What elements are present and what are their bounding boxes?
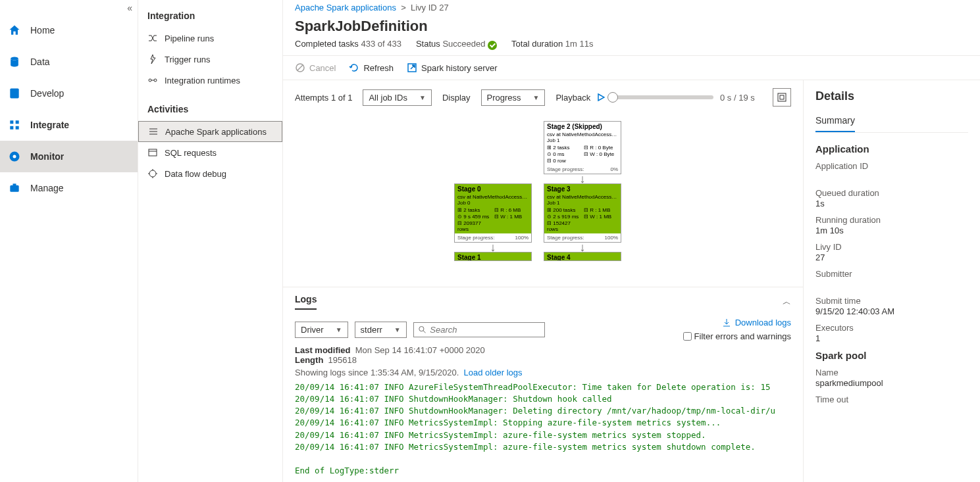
subnav-spark-apps[interactable]: Apache Spark applications — [138, 121, 282, 142]
database-icon — [8, 55, 21, 68]
collapse-logs-icon[interactable]: ︿ — [783, 296, 791, 308]
section-application: Application — [815, 143, 968, 155]
subnav-trigger-runs[interactable]: Trigger runs — [138, 49, 282, 70]
tasks-value: 433 of 433 — [361, 39, 401, 49]
stage-3-card[interactable]: Stage 3 csv at NativeMethodAccessor... J… — [544, 183, 621, 243]
submitter-label: Submitter — [815, 269, 968, 279]
svg-point-3 — [13, 155, 16, 158]
stage-2-card[interactable]: Stage 2 (Skipped) csv at NativeMethodAcc… — [544, 121, 621, 174]
chevron-down-icon: ▼ — [419, 94, 426, 101]
subnav-integration-runtimes[interactable]: Integration runtimes — [138, 70, 282, 91]
stage-0-card[interactable]: Stage 0 csv at NativeMethodAccessor... J… — [454, 183, 532, 243]
nav-monitor[interactable]: Monitor — [0, 141, 138, 172]
checkbox-input[interactable] — [683, 332, 692, 341]
subnav-dataflow-debug[interactable]: Data flow debug — [138, 163, 282, 184]
tab-summary[interactable]: Summary — [815, 112, 855, 132]
monitor-icon — [8, 150, 21, 163]
group-integration: Integration — [138, 7, 282, 28]
logs-search[interactable] — [413, 322, 545, 337]
nav-label: Manage — [30, 183, 64, 193]
subnav-label: Apache Spark applications — [165, 127, 267, 137]
section-sparkpool: Spark pool — [815, 350, 968, 361]
select-value: Progress — [487, 93, 521, 103]
nav-label: Home — [30, 25, 55, 36]
download-logs-link[interactable]: Download logs — [722, 318, 791, 327]
log-output: 20/09/14 16:41:07 INFO AzureFileSystemTh… — [283, 380, 803, 482]
logs-stream-select[interactable]: stderr▼ — [355, 322, 407, 338]
playback-slider[interactable] — [611, 95, 713, 99]
collapse-nav-icon[interactable]: « — [127, 3, 132, 13]
stage-title: Stage 3 — [544, 184, 621, 194]
load-older-link[interactable]: Load older logs — [464, 368, 523, 377]
chevron-down-icon: ▼ — [336, 326, 342, 333]
stage-title: Stage 0 — [455, 184, 531, 194]
page-header: SparkJobDefinition Completed tasks 433 o… — [283, 15, 980, 56]
nav-integrate[interactable]: Integrate — [0, 109, 138, 141]
runtime-icon — [147, 75, 158, 85]
submit-label: Submit time — [815, 296, 968, 306]
cancel-button: Cancel — [295, 62, 336, 73]
livy-value: 27 — [815, 253, 968, 262]
logs-tab[interactable]: Logs — [295, 294, 317, 310]
lastmod-label: Last modified — [295, 345, 351, 355]
svg-rect-5 — [13, 183, 16, 185]
length-label: Length — [295, 355, 323, 365]
svg-point-6 — [149, 79, 151, 82]
subnav-label: Integration runtimes — [165, 76, 240, 85]
trigger-icon — [147, 54, 158, 64]
svg-point-14 — [419, 327, 424, 331]
queued-value: 1s — [815, 199, 968, 208]
cancel-icon — [295, 62, 305, 73]
history-button[interactable]: Spark history server — [407, 62, 498, 73]
executors-value: 1 — [815, 333, 968, 343]
fit-zoom-button[interactable] — [773, 88, 791, 107]
details-panel: Details Summary Application Application … — [804, 80, 980, 482]
subnav-pipeline-runs[interactable]: Pipeline runs — [138, 28, 282, 49]
jobids-select[interactable]: All job IDs▼ — [363, 89, 431, 106]
svg-rect-13 — [780, 95, 784, 99]
subnav-label: Trigger runs — [165, 55, 211, 64]
dag-canvas[interactable]: Stage 2 (Skipped) csv at NativeMethodAcc… — [283, 114, 803, 287]
stage-subtitle: csv at NativeMethodAccessor... — [455, 194, 531, 200]
logs-source-select[interactable]: Driver▼ — [295, 322, 348, 338]
filter-errors-checkbox[interactable]: Filter errors and warnings — [683, 331, 791, 341]
chevron-down-icon: ▼ — [394, 326, 401, 333]
external-icon — [407, 62, 417, 73]
breadcrumb-parent[interactable]: Apache Spark applications — [295, 3, 396, 12]
nav-label: Monitor — [30, 151, 64, 162]
svg-point-0 — [11, 57, 18, 60]
develop-icon — [8, 87, 21, 100]
svg-rect-4 — [10, 185, 18, 192]
slider-thumb[interactable] — [607, 92, 618, 103]
refresh-button[interactable]: Refresh — [349, 62, 394, 73]
svg-rect-1 — [10, 89, 18, 99]
stage-job: Job 1 — [544, 137, 621, 143]
search-input[interactable] — [430, 325, 540, 335]
breadcrumb: Apache Spark applications > Livy ID 27 — [283, 0, 980, 15]
nav-home[interactable]: Home — [0, 14, 138, 46]
nav-manage[interactable]: Manage — [0, 172, 138, 204]
display-select[interactable]: Progress▼ — [481, 89, 546, 106]
showing-text: Showing logs since 1:35:34 AM, 9/15/2020… — [295, 368, 459, 377]
executors-label: Executors — [815, 323, 968, 333]
nav-data[interactable]: Data — [0, 46, 138, 78]
duration-value: 1m 11s — [565, 39, 594, 49]
toolbar-label: Refresh — [363, 63, 394, 73]
fit-icon — [777, 93, 787, 102]
stage-title: Stage 2 (Skipped) — [544, 122, 621, 132]
play-icon[interactable] — [597, 93, 605, 101]
details-title: Details — [815, 89, 968, 103]
refresh-icon — [349, 62, 359, 73]
lastmod-value: Mon Sep 14 16:41:07 +0000 2020 — [355, 345, 485, 355]
svg-rect-12 — [778, 93, 786, 101]
status-label: Status — [416, 39, 440, 49]
logs-panel: Logs ︿ Driver▼ stderr▼ Download logs Fil… — [283, 287, 803, 482]
nav-develop[interactable]: Develop — [0, 78, 138, 109]
status-value: Succeeded — [442, 39, 485, 49]
subnav-sql-requests[interactable]: SQL requests — [138, 142, 282, 163]
attempts-label: Attempts 1 of 1 — [295, 93, 352, 103]
integrate-icon — [8, 118, 21, 132]
breadcrumb-sep: > — [399, 3, 411, 12]
home-icon — [8, 24, 21, 37]
stage-job: Job 1 — [544, 200, 621, 206]
